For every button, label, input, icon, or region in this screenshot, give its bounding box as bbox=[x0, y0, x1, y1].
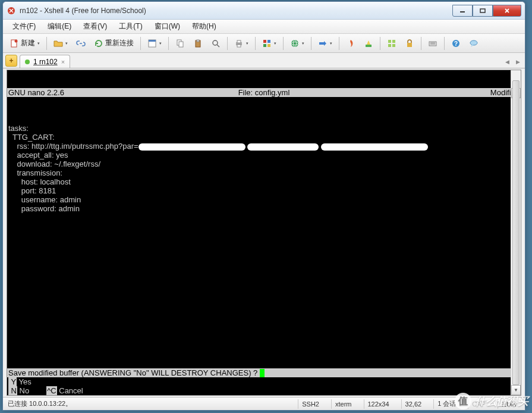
nano-header: GNU nano 2.2.6 File: config.yml Modified bbox=[7, 88, 521, 97]
menu-tools[interactable]: 工具(T) bbox=[114, 20, 147, 33]
minimize-button[interactable] bbox=[452, 5, 473, 17]
palette-icon bbox=[262, 39, 272, 48]
reconnect-label: 重新连接 bbox=[105, 38, 134, 48]
new-session-button[interactable]: 新建 ▾ bbox=[7, 36, 43, 51]
window-title: rn102 - Xshell 4 (Free for Home/School) bbox=[20, 7, 452, 15]
status-cursor: 32,62 bbox=[401, 399, 426, 409]
globe-icon bbox=[290, 39, 300, 48]
app-icon bbox=[7, 6, 16, 15]
help-icon: ? bbox=[451, 39, 461, 48]
status-dot-icon bbox=[25, 60, 30, 64]
status-caps: CAP bbox=[468, 399, 489, 409]
reconnect-button[interactable]: 重新连接 bbox=[91, 36, 137, 51]
svg-line-12 bbox=[217, 45, 219, 47]
titlebar[interactable]: rn102 - Xshell 4 (Free for Home/School) bbox=[3, 2, 525, 20]
svg-rect-16 bbox=[263, 40, 266, 43]
highlight-button[interactable] bbox=[361, 36, 376, 51]
svg-rect-27 bbox=[392, 44, 395, 47]
folder-open-icon bbox=[53, 39, 63, 48]
menu-edit[interactable]: 编辑(E) bbox=[43, 20, 76, 33]
tab-close-button[interactable]: × bbox=[61, 58, 65, 65]
tab-session-1[interactable]: 1 rn102 × bbox=[20, 55, 70, 68]
svg-point-20 bbox=[291, 40, 298, 47]
app-window: rn102 - Xshell 4 (Free for Home/School) … bbox=[2, 1, 525, 411]
link-icon bbox=[76, 39, 86, 48]
svg-rect-18 bbox=[263, 44, 266, 47]
web-button[interactable]: ▾ bbox=[287, 36, 307, 51]
window-controls bbox=[452, 5, 521, 17]
scroll-thumb[interactable] bbox=[512, 80, 520, 385]
lock-button[interactable] bbox=[402, 36, 417, 51]
tab-prev-button[interactable]: ◀ bbox=[502, 57, 512, 67]
nano-shortcuts: Y Yes N No ^C Cancel bbox=[7, 377, 521, 395]
paste-button[interactable] bbox=[190, 36, 206, 51]
find-button[interactable] bbox=[208, 36, 223, 51]
status-protocol: SSH2 bbox=[298, 399, 323, 409]
terminal[interactable]: GNU nano 2.2.6 File: config.yml Modified… bbox=[7, 70, 521, 396]
svg-rect-6 bbox=[149, 40, 156, 42]
svg-point-34 bbox=[470, 40, 477, 45]
properties-icon bbox=[147, 39, 157, 48]
chat-button[interactable] bbox=[466, 36, 481, 51]
maximize-button[interactable] bbox=[473, 5, 493, 17]
editor-name: GNU nano 2.2.6 bbox=[8, 88, 64, 97]
toolbar: 新建 ▾ ▾ 重新连接 ▾ ▾ ▾ ▾ ▾ ? bbox=[3, 34, 525, 53]
file-label: File: config.yml bbox=[238, 88, 290, 97]
svg-rect-14 bbox=[237, 40, 241, 43]
svg-rect-17 bbox=[267, 40, 270, 43]
open-button[interactable]: ▾ bbox=[51, 36, 71, 51]
refresh-icon bbox=[94, 39, 103, 48]
tab-add-button[interactable]: + bbox=[5, 55, 17, 67]
fire-icon bbox=[346, 39, 355, 48]
svg-rect-24 bbox=[388, 40, 391, 43]
cursor-icon bbox=[260, 369, 265, 377]
tabbar: + 1 rn102 × ◀ ▶ bbox=[3, 53, 525, 68]
svg-rect-15 bbox=[237, 45, 241, 47]
close-button[interactable] bbox=[493, 5, 521, 17]
highlight-icon bbox=[364, 39, 373, 48]
printer-icon bbox=[234, 39, 244, 48]
keyboard-icon bbox=[428, 39, 437, 48]
svg-rect-10 bbox=[197, 40, 199, 42]
tab-next-button[interactable]: ▶ bbox=[513, 57, 522, 67]
tile-button[interactable] bbox=[384, 36, 399, 51]
statusbar: 已连接 10.0.0.13:22。 SSH2 xterm 122x34 32,6… bbox=[3, 397, 525, 410]
properties-button[interactable]: ▾ bbox=[144, 36, 165, 51]
paste-icon bbox=[193, 39, 203, 48]
scrollbar-vertical[interactable]: ▲ ▼ bbox=[511, 70, 521, 395]
menu-file[interactable]: 文件(F) bbox=[8, 20, 40, 33]
search-icon bbox=[211, 39, 221, 48]
help-button[interactable]: ? bbox=[448, 36, 464, 51]
svg-rect-19 bbox=[267, 44, 270, 47]
menu-view[interactable]: 查看(V) bbox=[78, 20, 112, 33]
connect-button[interactable] bbox=[73, 36, 89, 51]
print-button[interactable]: ▾ bbox=[231, 36, 251, 51]
status-connection: 已连接 10.0.0.13:22。 bbox=[8, 399, 72, 408]
svg-rect-8 bbox=[179, 42, 183, 47]
svg-text:?: ? bbox=[454, 40, 458, 47]
status-session: 1 会话 bbox=[433, 399, 459, 409]
transfer-button[interactable]: ▾ bbox=[315, 36, 335, 51]
document-icon bbox=[10, 39, 19, 48]
svg-rect-26 bbox=[388, 44, 391, 47]
keyboard-button[interactable] bbox=[425, 36, 440, 51]
script-button[interactable] bbox=[343, 36, 358, 51]
menubar: 文件(F) 编辑(E) 查看(V) 工具(T) 窗口(W) 帮助(H) bbox=[3, 20, 525, 34]
nano-prompt: Save modified buffer (ANSWERING "No" WIL… bbox=[7, 368, 521, 377]
color-button[interactable]: ▾ bbox=[259, 36, 279, 51]
status-size: 122x34 bbox=[364, 399, 393, 409]
transfer-icon bbox=[318, 39, 328, 48]
svg-rect-28 bbox=[407, 43, 412, 47]
terminal-content: tasks: TTG_CART: rss: http://ttg.im/putr… bbox=[7, 115, 521, 213]
lock-icon bbox=[405, 39, 414, 48]
chevron-down-icon: ▾ bbox=[37, 41, 40, 46]
svg-rect-25 bbox=[392, 40, 395, 43]
scroll-down-button[interactable]: ▼ bbox=[511, 385, 521, 395]
menu-window[interactable]: 窗口(W) bbox=[150, 20, 185, 33]
svg-rect-23 bbox=[366, 45, 372, 47]
grid-icon bbox=[387, 39, 396, 48]
new-label: 新建 bbox=[21, 38, 35, 48]
bubble-icon bbox=[469, 39, 479, 48]
menu-help[interactable]: 帮助(H) bbox=[187, 20, 221, 33]
copy-button[interactable] bbox=[172, 36, 188, 51]
